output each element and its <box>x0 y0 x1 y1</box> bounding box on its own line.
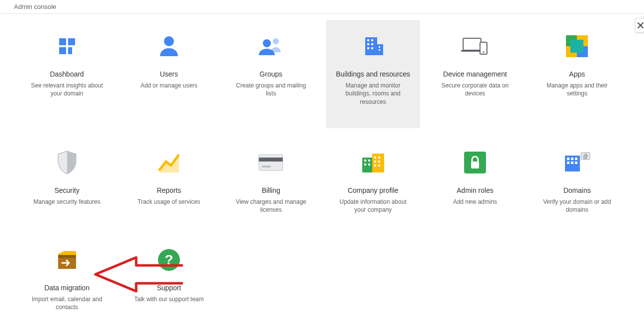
card-desc: Update information about your company <box>331 198 415 214</box>
apps-icon <box>535 34 619 59</box>
card-desc: Verify your domain or add domains <box>535 198 619 214</box>
close-panel-button[interactable] <box>635 18 644 33</box>
card-title: Company profile <box>331 186 415 195</box>
svg-rect-35 <box>364 164 366 166</box>
billing-icon <box>229 150 313 175</box>
svg-rect-17 <box>463 38 481 50</box>
svg-rect-46 <box>567 158 569 160</box>
card-reports[interactable]: Reports Track usage of services <box>122 136 216 226</box>
svg-rect-10 <box>371 39 373 41</box>
support-icon: ? <box>127 248 211 272</box>
card-desc: Create groups and mailing lists <box>229 82 313 97</box>
card-desc: Talk with our support team <box>127 295 211 303</box>
card-company[interactable]: Company profile Update information about… <box>326 136 420 226</box>
card-desc: Add new admins <box>433 198 517 206</box>
card-desc: Manage apps and their settings <box>535 82 619 97</box>
card-title: Reports <box>127 186 211 195</box>
svg-rect-15 <box>379 46 380 48</box>
card-support[interactable]: ? Support Talk with our support team <box>122 234 216 323</box>
security-icon <box>25 150 109 175</box>
svg-rect-32 <box>372 154 384 172</box>
card-desc: View charges and manage licenses <box>229 198 313 214</box>
svg-rect-47 <box>571 158 573 160</box>
card-desc: Manage security features <box>25 198 109 206</box>
card-desc: Add or manage users <box>127 82 211 89</box>
svg-rect-12 <box>371 43 373 45</box>
card-dashboard[interactable]: Dashboard See relevant insights about yo… <box>20 20 114 128</box>
card-desc: Manage and monitor buildings, rooms and … <box>331 82 415 106</box>
card-title: Device management <box>433 70 517 79</box>
card-title: Data migration <box>25 283 109 292</box>
svg-rect-28 <box>259 155 283 170</box>
svg-rect-41 <box>374 165 376 166</box>
svg-text:?: ? <box>164 252 173 267</box>
page-title: Admin console <box>14 3 56 10</box>
close-icon <box>638 22 644 28</box>
svg-rect-44 <box>471 162 479 168</box>
svg-point-4 <box>164 36 174 46</box>
card-device[interactable]: Device management Secure corporate data … <box>428 20 522 128</box>
card-grid: Dashboard See relevant insights about yo… <box>20 20 624 323</box>
svg-rect-3 <box>68 47 72 54</box>
card-adminroles[interactable]: Admin roles Add new admins <box>428 136 522 226</box>
card-users[interactable]: Users Add or manage users <box>122 20 216 128</box>
svg-rect-39 <box>374 161 376 163</box>
card-title: Domains <box>535 186 619 195</box>
card-domains[interactable]: @ Domains Verify your domain or add doma… <box>530 136 624 226</box>
card-billing[interactable]: Billing View charges and manage licenses <box>224 136 318 226</box>
card-buildings[interactable]: Buildings and resources Manage and monit… <box>326 20 420 128</box>
buildings-icon <box>331 34 415 59</box>
card-title: Apps <box>535 70 619 79</box>
card-desc: See relevant insights about your domain <box>25 82 109 97</box>
svg-rect-40 <box>378 161 380 163</box>
card-desc: Import email, calendar and contacts <box>25 295 109 311</box>
reports-icon <box>127 150 211 175</box>
content-area: Dashboard See relevant insights about yo… <box>0 20 644 323</box>
card-title: Groups <box>229 70 313 79</box>
svg-rect-36 <box>368 164 370 166</box>
card-title: Admin roles <box>433 186 517 195</box>
svg-rect-33 <box>364 160 366 162</box>
svg-rect-34 <box>368 160 370 162</box>
svg-rect-50 <box>571 162 573 164</box>
svg-rect-42 <box>378 165 380 166</box>
svg-rect-25 <box>570 40 583 53</box>
card-desc: Track usage of services <box>127 198 211 206</box>
svg-rect-38 <box>378 157 380 159</box>
card-apps[interactable]: Apps Manage apps and their settings <box>530 20 624 128</box>
card-groups[interactable]: Groups Create groups and mailing lists <box>224 20 318 128</box>
svg-rect-30 <box>262 166 271 167</box>
svg-rect-1 <box>68 38 75 45</box>
svg-rect-2 <box>59 47 66 54</box>
svg-rect-51 <box>575 162 577 164</box>
svg-point-6 <box>263 39 271 47</box>
users-icon <box>127 34 211 59</box>
card-title: Support <box>127 283 211 292</box>
svg-point-20 <box>483 52 484 53</box>
svg-rect-55 <box>58 255 76 258</box>
adminroles-icon <box>433 150 517 175</box>
device-icon <box>433 34 517 59</box>
card-title: Security <box>25 186 109 195</box>
card-security[interactable]: Security Manage security features <box>20 136 114 226</box>
svg-rect-49 <box>567 162 569 164</box>
svg-rect-0 <box>59 38 66 45</box>
card-desc: Secure corporate data on devices <box>433 82 517 97</box>
company-icon <box>331 150 415 175</box>
svg-rect-9 <box>367 39 369 41</box>
header: Admin console <box>0 0 644 14</box>
svg-rect-31 <box>362 158 372 172</box>
card-datamigration[interactable]: Data migration Import email, calendar an… <box>20 234 114 323</box>
card-title: Buildings and resources <box>331 70 415 79</box>
domains-icon: @ <box>535 150 619 175</box>
svg-rect-37 <box>374 157 376 159</box>
svg-point-5 <box>273 38 279 44</box>
svg-rect-48 <box>575 158 577 160</box>
card-title: Dashboard <box>25 70 109 79</box>
svg-rect-29 <box>259 158 283 162</box>
svg-rect-16 <box>379 49 380 51</box>
card-title: Users <box>127 70 211 79</box>
svg-rect-14 <box>371 47 373 49</box>
svg-rect-11 <box>367 43 369 45</box>
dashboard-icon <box>25 34 109 59</box>
